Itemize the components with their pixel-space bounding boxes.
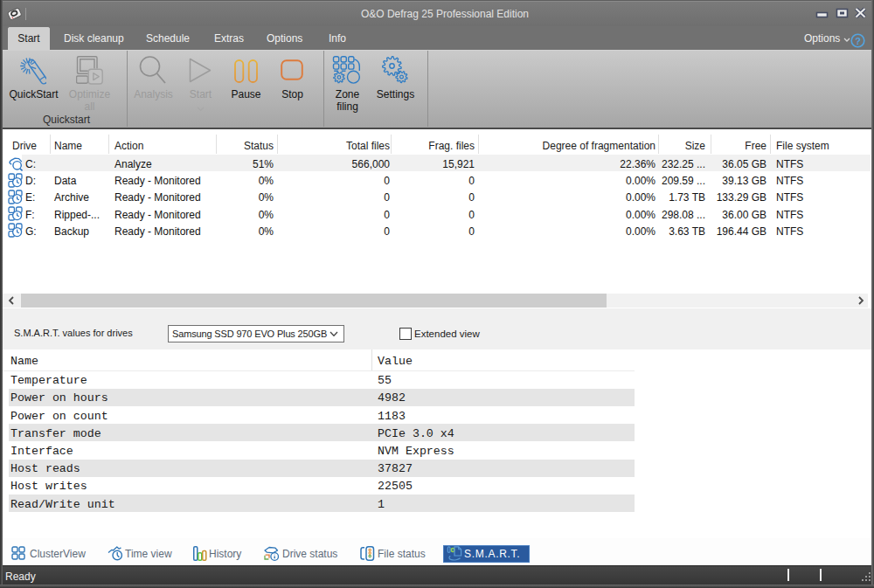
svg-text:?: ? — [855, 36, 861, 46]
